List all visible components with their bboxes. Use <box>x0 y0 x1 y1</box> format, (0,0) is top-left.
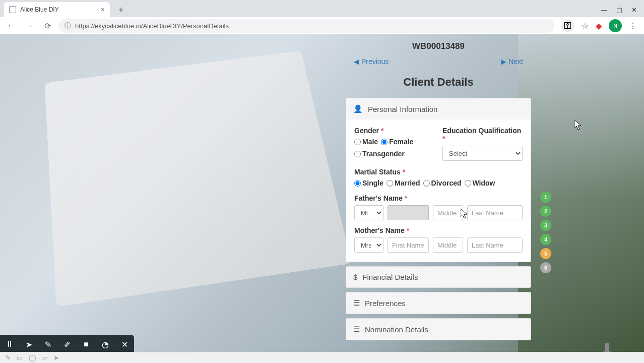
step-indicator: 1 2 3 4 5 6 <box>540 192 551 273</box>
browser-tab[interactable]: Alice Blue DIY × <box>4 2 110 17</box>
education-group: Education Qualification * Select <box>442 127 523 161</box>
mother-name-group: Mother's Name * Mrs <box>354 226 523 253</box>
camera-button[interactable]: ■ <box>77 335 96 354</box>
url-text: https://ekycaliceblue.in/AliceBlueDIY/Pe… <box>75 22 229 30</box>
pause-button[interactable]: ⏸ <box>0 335 19 354</box>
personal-info-panel: 👤 Personal Information Gender * Male Fem… <box>346 98 531 262</box>
stop-button[interactable]: ✕ <box>115 335 134 354</box>
window-controls: — ▢ ✕ <box>594 2 644 17</box>
caret-left-icon: ◀ <box>354 57 361 66</box>
education-select[interactable]: Select <box>442 146 523 161</box>
financial-header[interactable]: $ Financial Details <box>346 267 531 287</box>
cursor-tool-button[interactable]: ➤ <box>19 335 38 354</box>
back-button[interactable]: ← <box>4 19 18 33</box>
marital-group: Martial Status * Single Married Divorced… <box>354 168 523 187</box>
previous-link[interactable]: ◀ Previous <box>354 57 389 66</box>
step-4[interactable]: 4 <box>540 234 551 245</box>
eraser-icon[interactable]: ◯ <box>29 354 36 361</box>
radio-widow[interactable]: Widow <box>465 179 495 187</box>
checklist-icon: ☰ <box>353 298 360 308</box>
mother-middle-input[interactable] <box>433 237 463 253</box>
crop-icon[interactable]: ▭ <box>17 354 23 361</box>
shape-icon[interactable]: ▱ <box>42 354 47 361</box>
step-5[interactable]: 5 <box>540 248 551 259</box>
father-middle-input[interactable] <box>433 205 463 220</box>
address-bar: ← → ⟳ ⓘ https://ekycaliceblue.in/AliceBl… <box>0 17 644 34</box>
personal-info-body: Gender * Male Female Transgender Educati… <box>346 119 531 262</box>
step-1[interactable]: 1 <box>540 192 551 203</box>
step-6[interactable]: 6 <box>540 262 551 273</box>
next-link[interactable]: ▶ Next <box>501 57 523 66</box>
tab-title: Alice Blue DIY <box>20 6 59 13</box>
mother-label: Mother's Name * <box>354 226 523 234</box>
profile-avatar[interactable]: N <box>609 19 622 32</box>
nomination-icon: ☰ <box>353 325 360 334</box>
section-title: Client Details <box>339 72 538 98</box>
menu-icon[interactable]: ⋮ <box>629 21 637 31</box>
mother-last-input[interactable] <box>467 237 523 253</box>
tab-close-icon[interactable]: × <box>101 6 105 14</box>
bookmark-star-icon[interactable]: ☆ <box>582 21 589 31</box>
extension-icon[interactable]: ◆ <box>596 21 602 31</box>
gender-group: Gender * Male Female Transgender <box>354 127 434 161</box>
close-window-button[interactable]: ✕ <box>631 6 637 14</box>
recorder-toolbar: ⏸ ➤ ✎ ✐ ■ ◔ ✕ <box>0 335 134 354</box>
personal-info-header[interactable]: 👤 Personal Information <box>346 98 531 119</box>
page-icon <box>9 6 16 13</box>
new-tab-button[interactable]: + <box>114 3 128 17</box>
education-label: Education Qualification * <box>442 127 523 143</box>
radio-married[interactable]: Married <box>387 179 420 187</box>
preferences-panel: ☰ Preferences <box>346 292 531 314</box>
forward-button[interactable]: → <box>22 19 36 33</box>
footer-toolbar: ✎ ▭ ◯ ▱ ➤ <box>0 352 644 363</box>
url-input[interactable]: ⓘ https://ekycaliceblue.in/AliceBlueDIY/… <box>58 19 554 33</box>
mother-title-select[interactable]: Mrs <box>354 237 383 253</box>
pointer-icon[interactable]: ➤ <box>53 354 59 361</box>
mother-first-input[interactable] <box>388 237 429 253</box>
maximize-button[interactable]: ▢ <box>616 6 622 14</box>
father-label: Father's Name * <box>354 194 523 202</box>
toolbar-right: ⚿ ☆ ◆ N ⋮ <box>558 19 640 32</box>
father-first-input[interactable] <box>388 205 429 220</box>
browser-chrome: Alice Blue DIY × + — ▢ ✕ ← → ⟳ ⓘ https:/… <box>0 0 644 34</box>
marital-label: Martial Status * <box>354 168 523 176</box>
step-3[interactable]: 3 <box>540 220 551 231</box>
client-id: WB00013489 <box>339 34 538 54</box>
radio-female[interactable]: Female <box>381 138 413 146</box>
father-name-group: Father's Name * Mr <box>354 194 523 220</box>
radio-single[interactable]: Single <box>354 179 383 187</box>
nomination-header[interactable]: ☰ Nomination Details <box>346 319 531 340</box>
caret-right-icon: ▶ <box>501 57 508 66</box>
form-nav: ◀ Previous ▶ Next <box>339 54 538 72</box>
financial-panel: $ Financial Details <box>346 266 531 288</box>
radio-male[interactable]: Male <box>354 138 378 146</box>
gender-label: Gender * <box>354 127 434 135</box>
background-image <box>44 50 351 307</box>
edit-icon[interactable]: ✎ <box>5 354 11 361</box>
preferences-header[interactable]: ☰ Preferences <box>346 292 531 314</box>
key-icon[interactable]: ⚿ <box>561 19 574 32</box>
site-info-icon: ⓘ <box>65 21 71 30</box>
minimize-button[interactable]: — <box>601 6 607 14</box>
form-area: WB00013489 ◀ Previous ▶ Next Client Deta… <box>339 34 538 363</box>
dollar-icon: $ <box>353 273 357 281</box>
father-title-select[interactable]: Mr <box>354 205 383 220</box>
father-last-input[interactable] <box>467 205 523 220</box>
tab-bar: Alice Blue DIY × + — ▢ ✕ <box>0 0 644 17</box>
highlight-tool-button[interactable]: ✐ <box>57 335 77 354</box>
person-icon: 👤 <box>353 104 363 113</box>
pen-tool-button[interactable]: ✎ <box>38 335 57 354</box>
radio-divorced[interactable]: Divorced <box>423 179 462 187</box>
nomination-panel: ☰ Nomination Details <box>346 318 531 340</box>
radio-transgender[interactable]: Transgender <box>354 150 432 158</box>
step-2[interactable]: 2 <box>540 206 551 217</box>
reload-button[interactable]: ⟳ <box>40 19 54 33</box>
page-content: WB00013489 ◀ Previous ▶ Next Client Deta… <box>0 34 644 363</box>
timer-button[interactable]: ◔ <box>96 335 115 354</box>
